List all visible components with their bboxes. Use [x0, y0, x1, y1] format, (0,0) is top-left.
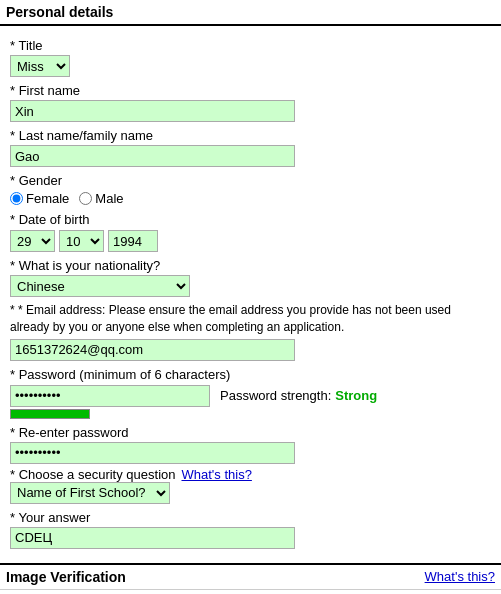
gender-male-radio[interactable]	[79, 192, 92, 205]
imgver-whats-this-link[interactable]: What's this?	[425, 569, 495, 584]
gender-female-label: Female	[26, 191, 69, 206]
password-strength-container: Password strength: Strong	[220, 388, 377, 403]
security-question-label: * Choose a security question	[10, 467, 175, 482]
nationality-label: * What is your nationality?	[10, 258, 491, 273]
last-name-input[interactable]	[10, 145, 295, 167]
title-label: * Title	[10, 38, 491, 53]
password-strength-word: Strong	[335, 388, 377, 403]
image-verification-section: Image Verification What's this? BSGN6GMK…	[0, 563, 501, 594]
password-row: Password strength: Strong	[10, 385, 491, 407]
dob-day-select[interactable]: 29	[10, 230, 55, 252]
image-verification-body: BSGN6GMK Enter text shown above:	[0, 590, 501, 594]
gender-row: Female Male	[10, 191, 491, 206]
gender-male-label: Male	[95, 191, 123, 206]
personal-details-section: Personal details * Title Miss Mr Mrs Ms …	[0, 0, 501, 555]
image-verification-header: Image Verification What's this?	[0, 565, 501, 590]
image-verification-title: Image Verification	[6, 569, 126, 585]
password-strength-text: Password strength:	[220, 388, 331, 403]
answer-label: * Your answer	[10, 510, 491, 525]
email-note: * * Email address: Please ensure the ema…	[10, 302, 491, 336]
nationality-select[interactable]: Chinese British American	[10, 275, 190, 297]
answer-input[interactable]	[10, 527, 295, 549]
gender-male-option: Male	[79, 191, 123, 206]
security-question-select[interactable]: Name of First School? Mother's maiden na…	[10, 482, 170, 504]
security-whats-this-link[interactable]: What's this?	[181, 467, 251, 482]
dob-month-select[interactable]: 10	[59, 230, 104, 252]
dob-year-input[interactable]	[108, 230, 158, 252]
first-name-input[interactable]	[10, 100, 295, 122]
last-name-label: * Last name/family name	[10, 128, 491, 143]
gender-female-radio[interactable]	[10, 192, 23, 205]
password-strength-bar	[10, 409, 90, 419]
password-input[interactable]	[10, 385, 210, 407]
gender-female-option: Female	[10, 191, 69, 206]
personal-details-header: Personal details	[0, 0, 501, 26]
reenter-label: * Re-enter password	[10, 425, 491, 440]
reenter-input[interactable]	[10, 442, 295, 464]
title-select[interactable]: Miss Mr Mrs Ms Dr	[10, 55, 70, 77]
first-name-label: * First name	[10, 83, 491, 98]
dob-label: * Date of birth	[10, 212, 491, 227]
personal-details-form: * Title Miss Mr Mrs Ms Dr * First name *…	[0, 26, 501, 555]
gender-label: * Gender	[10, 173, 491, 188]
security-question-row: * Choose a security question What's this…	[10, 467, 491, 482]
password-label: * Password (minimum of 6 characters)	[10, 367, 491, 382]
email-input[interactable]	[10, 339, 295, 361]
dob-row: 29 10	[10, 230, 491, 252]
